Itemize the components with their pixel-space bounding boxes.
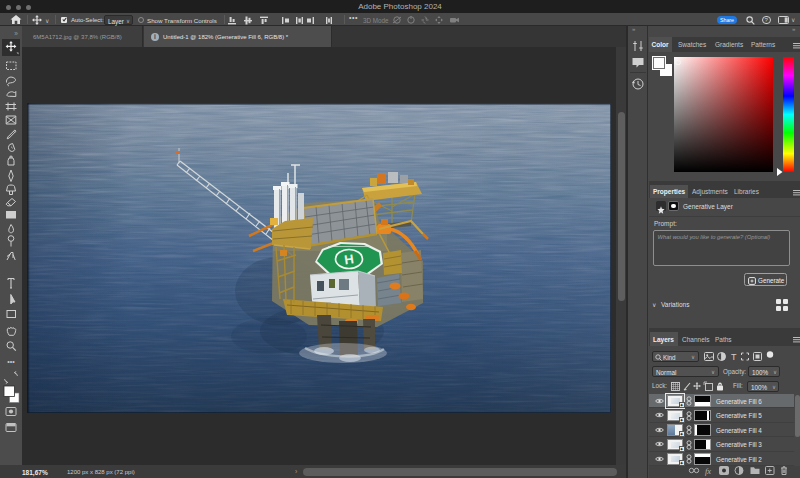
svg-text:•••: •••	[7, 358, 15, 365]
svg-text:T: T	[731, 352, 737, 362]
svg-text:»: »	[14, 30, 18, 37]
svg-text:fx: fx	[705, 466, 711, 476]
